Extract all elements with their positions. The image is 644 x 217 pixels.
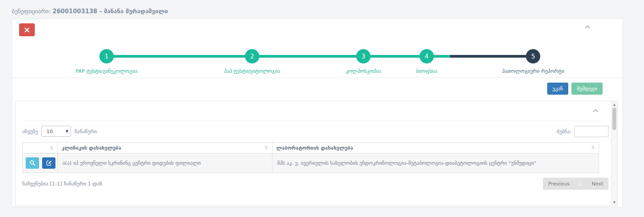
beneficiary-label: ბენეფიციარი: [12, 8, 51, 15]
search-control: ძებნა: [557, 126, 608, 137]
close-button[interactable] [19, 23, 35, 36]
results-collapse-chevron-icon[interactable] [593, 109, 598, 112]
step-4-circle[interactable]: 4 [420, 49, 434, 64]
table-footer: ნაჩვენებია [1-1] ჩანაწერი 1-დან Previous… [22, 178, 608, 190]
wizard-buttons: უკან შემდეგი [547, 83, 603, 95]
table-row: ა(ა) იპ ეროვნული სკრინინგ ცენტრი დიდუბის… [23, 153, 599, 173]
column-header-actions[interactable]: ⇅ [23, 143, 58, 153]
step-1-circle[interactable]: 1 [99, 49, 114, 64]
pencil-square-icon [46, 160, 52, 166]
pagination-previous[interactable]: Previous [543, 181, 575, 187]
edit-button[interactable] [42, 157, 55, 169]
column-header-clinic[interactable]: კლინიკის დასახელება ⇅ [58, 143, 272, 153]
wizard-step-5: 5 პათოლოგიური რეპორტი [502, 43, 564, 74]
scroll-up-icon[interactable]: ▲ [612, 103, 617, 106]
divider [22, 121, 602, 121]
step-5-circle[interactable]: 5 [526, 49, 541, 64]
results-box: აჩვენე 10 ▼ ჩანაწერი ძებნა: ⇅ [15, 101, 617, 206]
step-3-label: კოლპოსკოპია [345, 68, 381, 74]
sort-icon: ⇅ [50, 145, 53, 151]
row-clinic-cell: ა(ა) იპ ეროვნული სკრინინგ ცენტრი დიდუბის… [58, 153, 272, 173]
magnifier-icon [30, 160, 36, 166]
row-laboratory-cell: შპს აკ. ვ. ივერიელის სახელობის ენდოკრინო… [272, 153, 599, 173]
next-button[interactable]: შემდეგი [571, 83, 603, 95]
column-header-laboratory-label: ლაბორატორიის დასახელება [276, 145, 353, 151]
step-1-label: PAP ტესტი/გინეკოლოგია [76, 68, 138, 74]
pagination: Previous 1 Next [543, 178, 608, 190]
step-2-label: პაპ ტესტი/ციტოლოგია [224, 68, 280, 74]
step-wizard: 1 PAP ტესტი/გინეკოლოგია 2 პაპ ტესტი/ციტო… [12, 43, 623, 79]
pagination-page-1[interactable]: 1 [575, 181, 586, 187]
pagination-next[interactable]: Next [587, 181, 608, 187]
length-label-prefix: აჩვენე [22, 129, 38, 134]
row-actions-cell [23, 153, 58, 173]
wizard-step-3: 3 კოლპოსკოპია [345, 43, 381, 74]
wizard-step-4: 4 ბიოფსია [416, 43, 438, 74]
length-label-suffix: ჩანაწერი [75, 129, 97, 134]
table-controls: აჩვენე 10 ▼ ჩანაწერი ძებნა: [22, 125, 608, 137]
main-panel: 1 PAP ტესტი/გინეკოლოგია 2 პაპ ტესტი/ციტო… [12, 19, 623, 207]
search-label: ძებნა: [557, 129, 571, 134]
search-input[interactable] [574, 126, 608, 137]
column-header-laboratory[interactable]: ლაბორატორიის დასახელება ⇅ [272, 143, 599, 153]
page-title: ბენეფიციარი: 26001003138 - მანანა მურადა… [12, 8, 168, 15]
sort-icon: ⇅ [264, 145, 268, 150]
wizard-step-2: 2 პაპ ტესტი/ციტოლოგია [224, 43, 280, 74]
column-header-clinic-label: კლინიკის დასახელება [62, 145, 121, 151]
back-button[interactable]: უკან [547, 83, 569, 95]
panel-collapse-chevron-icon[interactable] [585, 25, 591, 29]
page-length-select[interactable]: 10 [41, 126, 71, 137]
sort-icon: ⇅ [591, 145, 595, 150]
page-length-control: აჩვენე 10 ▼ ჩანაწერი [22, 126, 97, 137]
beneficiary-value: 26001003138 - მანანა მურადაშვილი [52, 8, 168, 15]
view-button[interactable] [26, 157, 39, 169]
scroll-down-icon[interactable]: ▼ [612, 201, 617, 204]
table-header-row: ⇅ კლინიკის დასახელება ⇅ ლაბორატორიის დას… [23, 143, 599, 153]
inner-scrollbar[interactable]: ▲ ▼ [611, 101, 617, 206]
step-5-label: პათოლოგიური რეპორტი [502, 68, 564, 74]
step-4-label: ბიოფსია [416, 68, 438, 74]
divider [12, 78, 623, 78]
step-3-circle[interactable]: 3 [356, 49, 371, 64]
records-info: ნაჩვენებია [1-1] ჩანაწერი 1-დან [22, 181, 102, 187]
wizard-step-1: 1 PAP ტესტი/გინეკოლოგია [76, 43, 138, 74]
results-table: ⇅ კლინიკის დასახელება ⇅ ლაბორატორიის დას… [22, 142, 599, 173]
scrollbar-thumb[interactable] [612, 108, 616, 130]
step-2-circle[interactable]: 2 [245, 49, 260, 64]
close-icon [25, 28, 29, 32]
